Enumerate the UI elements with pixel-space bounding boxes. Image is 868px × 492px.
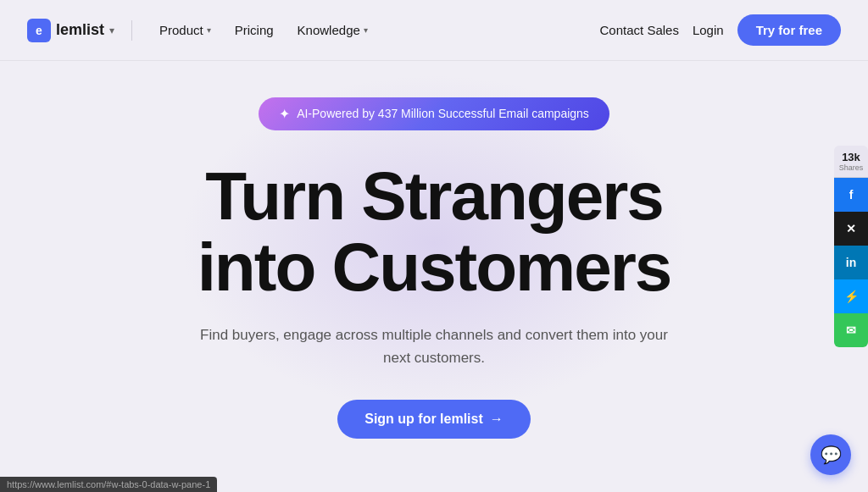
ai-badge: ✦ AI-Powered by 437 Million Successful E… — [259, 97, 609, 130]
product-chevron-icon: ▾ — [207, 25, 211, 35]
nav-right: Contact Sales Login Try for free — [600, 14, 841, 46]
chat-button[interactable]: 💬 — [810, 434, 851, 475]
share-count-value: 13k — [834, 151, 868, 163]
hero-title: Turn Strangers into Customers — [198, 161, 671, 303]
login-link[interactable]: Login — [693, 23, 724, 37]
nav-link-pricing[interactable]: Pricing — [225, 16, 284, 44]
facebook-share-button[interactable]: f — [834, 178, 868, 212]
contact-sales-link[interactable]: Contact Sales — [600, 23, 679, 37]
nav-link-product[interactable]: Product ▾ — [149, 16, 221, 44]
chat-icon: 💬 — [821, 445, 842, 465]
badge-text: AI-Powered by 437 Million Successful Ema… — [297, 107, 589, 120]
linkedin-share-button[interactable]: in — [834, 246, 868, 279]
messenger-share-button[interactable]: ⚡ — [834, 279, 868, 313]
try-free-button[interactable]: Try for free — [737, 14, 841, 46]
nav-divider — [131, 20, 132, 41]
twitter-share-button[interactable]: ✕ — [834, 212, 868, 246]
nav-link-knowledge[interactable]: Knowledge ▾ — [287, 16, 378, 44]
logo-text: lemlist — [56, 21, 104, 39]
nav-links: Product ▾ Pricing Knowledge ▾ — [149, 16, 378, 44]
hero-subtitle: Find buyers, engage across multiple chan… — [197, 323, 671, 369]
email-share-button[interactable]: ✉ — [834, 313, 868, 347]
sparkle-icon: ✦ — [279, 106, 290, 122]
logo-icon: e — [27, 19, 51, 42]
logo[interactable]: e lemlist ▾ — [27, 19, 114, 42]
signup-button[interactable]: Sign up for lemlist → — [337, 400, 531, 439]
hero-section: ✦ AI-Powered by 437 Million Successful E… — [0, 61, 868, 492]
nav-left: e lemlist ▾ Product ▾ Pricing Knowledge … — [27, 16, 378, 44]
arrow-icon: → — [490, 412, 504, 427]
logo-chevron-icon: ▾ — [109, 25, 114, 36]
knowledge-chevron-icon: ▾ — [364, 25, 368, 35]
status-bar: https://www.lemlist.com/#w-tabs-0-data-w… — [0, 477, 217, 492]
navbar: e lemlist ▾ Product ▾ Pricing Knowledge … — [0, 0, 868, 61]
social-sidebar: 13k Shares f ✕ in ⚡ ✉ — [834, 146, 868, 347]
share-count-label: Shares — [834, 163, 868, 172]
share-count: 13k Shares — [834, 146, 868, 178]
